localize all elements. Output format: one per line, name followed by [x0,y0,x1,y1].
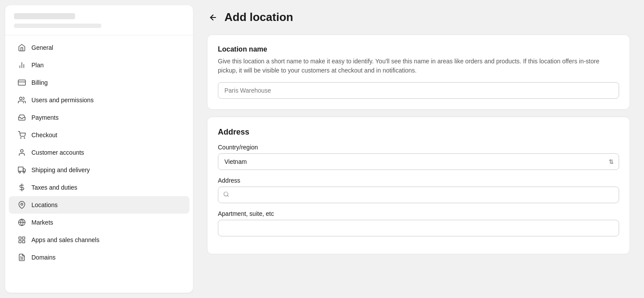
address-card: Address Country/region Vietnam United St… [207,117,630,254]
svg-point-11 [19,171,21,173]
apartment-input[interactable] [218,220,619,236]
apps-icon [17,236,26,244]
sidebar-label-users: Users and permissions [31,97,93,104]
country-region-group: Country/region Vietnam United States Uni… [218,144,619,170]
checkout-icon [17,131,26,139]
sidebar-item-locations[interactable]: Locations [9,196,189,214]
sidebar-item-shipping-delivery[interactable]: Shipping and delivery [9,161,189,179]
shipping-icon [17,166,26,174]
sidebar-label-customer-accounts: Customer accounts [31,149,84,156]
country-select-wrapper: Vietnam United States United Kingdom Fra… [218,153,619,170]
sidebar-label-billing: Billing [31,79,48,86]
svg-point-5 [20,97,22,100]
sidebar-item-apps-sales-channels[interactable]: Apps and sales channels [9,231,189,249]
sidebar-label-general: General [31,44,53,51]
address-input-wrapper [218,187,619,203]
sidebar-label-checkout: Checkout [31,132,57,139]
address-label: Address [218,177,619,184]
sidebar-item-markets[interactable]: Markets [9,214,189,231]
sidebar-logo [14,13,75,19]
country-region-select[interactable]: Vietnam United States United Kingdom Fra… [218,153,619,170]
sidebar-item-general[interactable]: General [9,39,189,56]
svg-marker-10 [23,169,25,171]
address-input[interactable] [218,187,619,203]
svg-point-7 [24,138,25,139]
svg-rect-18 [23,237,25,239]
customer-accounts-icon [17,148,26,157]
sidebar-item-taxes-duties[interactable]: Taxes and duties [9,179,189,196]
sidebar-header [5,5,193,35]
page-header: Add location [207,10,630,24]
sidebar-label-plan: Plan [31,62,44,69]
billing-icon [17,78,26,87]
sidebar-label-domains: Domains [31,254,55,261]
taxes-icon [17,183,26,192]
location-name-card: Location name Give this location a short… [207,35,630,110]
svg-rect-3 [18,80,26,85]
sidebar-item-plan[interactable]: Plan [9,56,189,74]
sidebar: General Plan Billing Users and permissio… [5,5,193,293]
address-card-title: Address [218,128,619,137]
country-region-label: Country/region [218,144,619,151]
sidebar-label-locations: Locations [31,201,58,208]
sidebar-label-taxes: Taxes and duties [31,184,77,191]
svg-point-12 [23,171,25,173]
address-group: Address [218,177,619,203]
page-title: Add location [224,10,293,24]
domains-icon [17,253,26,262]
plan-icon [17,61,26,69]
svg-rect-9 [18,167,23,171]
sidebar-item-payments[interactable]: Payments [9,109,189,126]
svg-rect-17 [19,237,21,239]
markets-icon [17,218,26,227]
svg-rect-19 [23,241,25,243]
location-name-card-title: Location name [218,45,619,53]
svg-point-14 [21,203,23,205]
back-button[interactable] [207,11,219,24]
sidebar-item-customer-accounts[interactable]: Customer accounts [9,144,189,161]
apartment-label: Apartment, suite, etc [218,210,619,217]
sidebar-sub [14,24,101,28]
locations-icon [17,201,26,209]
sidebar-item-billing[interactable]: Billing [9,74,189,91]
sidebar-label-markets: Markets [31,219,53,226]
payments-icon [17,113,26,122]
sidebar-label-payments: Payments [31,114,59,121]
sidebar-item-users-permissions[interactable]: Users and permissions [9,91,189,109]
svg-rect-20 [19,241,21,243]
users-icon [17,96,26,104]
location-name-input[interactable] [218,82,619,99]
sidebar-nav: General Plan Billing Users and permissio… [5,35,193,270]
general-icon [17,43,26,52]
sidebar-label-shipping: Shipping and delivery [31,166,90,173]
svg-point-6 [21,138,21,139]
main-content: Add location Location name Give this loc… [193,0,644,298]
sidebar-item-domains[interactable]: Domains [9,249,189,266]
apartment-group: Apartment, suite, etc [218,210,619,236]
sidebar-item-checkout[interactable]: Checkout [9,126,189,144]
location-name-card-desc: Give this location a short name to make … [218,57,619,75]
sidebar-label-apps: Apps and sales channels [31,236,100,243]
svg-point-8 [21,149,23,152]
